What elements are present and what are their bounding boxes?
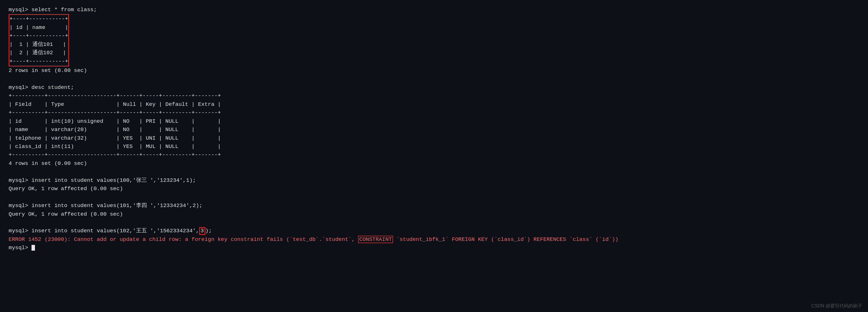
class-rows-count: 2 rows in set (0.00 sec) <box>9 66 859 75</box>
student-row-name: | name | varchar(20) | NO | | NULL | | <box>9 125 859 134</box>
insert-2-result: Query OK, 1 row affected (0.00 sec) <box>9 210 859 219</box>
blank-1 <box>9 75 859 83</box>
class-table-line1: +----+-----------+ <box>9 15 68 23</box>
class-table-footer: +----+-----------+ <box>9 57 68 66</box>
blank-3 <box>9 193 859 202</box>
number-3-highlight: 3 <box>199 227 205 235</box>
class-table-row1: | 1 | 通信101 | <box>9 40 68 49</box>
terminal-cursor <box>32 245 35 251</box>
blank-2 <box>9 168 859 176</box>
class-table-container: +----+-----------+ | id | name | +----+-… <box>9 14 69 66</box>
student-row-classid: | class_id | int(11) | YES | MUL | NULL … <box>9 143 859 151</box>
student-table-top: +----------+---------------------+------… <box>9 92 859 100</box>
terminal-window: mysql> select * from class; +----+------… <box>0 0 868 312</box>
prompt-1: mysql> select * from class; <box>9 7 97 13</box>
insert-3-prompt: mysql> insert into student values(102,'王… <box>9 227 859 235</box>
constraint-highlight: CONSTRAINT <box>358 236 393 243</box>
class-table-sep: +----+-----------+ <box>9 32 68 40</box>
student-table-header: | Field | Type | Null | Key | Default | … <box>9 101 859 109</box>
insert-1-prompt: mysql> insert into student values(100,'张… <box>9 176 859 185</box>
class-table-row2: | 2 | 通信102 | <box>9 49 68 57</box>
blank-4 <box>9 219 859 227</box>
error-line: ERROR 1452 (23000): Cannot add or update… <box>9 235 859 244</box>
prompt-desc-student: mysql> desc student; <box>9 83 859 92</box>
class-table-highlight: +----+-----------+ | id | name | +----+-… <box>9 14 69 66</box>
student-rows-count: 4 rows in set (0.00 sec) <box>9 160 859 168</box>
student-table-bottom: +----------+---------------------+------… <box>9 151 859 159</box>
line-select-class: mysql> select * from class; <box>9 6 859 14</box>
watermark: CSDN @爱写代码的刷子 <box>811 303 862 309</box>
student-row-id: | id | int(10) unsigned | NO | PRI | NUL… <box>9 117 859 125</box>
insert-1-result: Query OK, 1 row affected (0.00 sec) <box>9 185 859 193</box>
student-table-sep: +----------+---------------------+------… <box>9 109 859 117</box>
cursor-line: mysql> <box>9 244 859 252</box>
student-row-telphone: | telphone | varchar(32) | YES | UNI | N… <box>9 134 859 143</box>
class-table-header: | id | name | <box>9 24 68 32</box>
insert-2-prompt: mysql> insert into student values(101,'李… <box>9 202 859 210</box>
